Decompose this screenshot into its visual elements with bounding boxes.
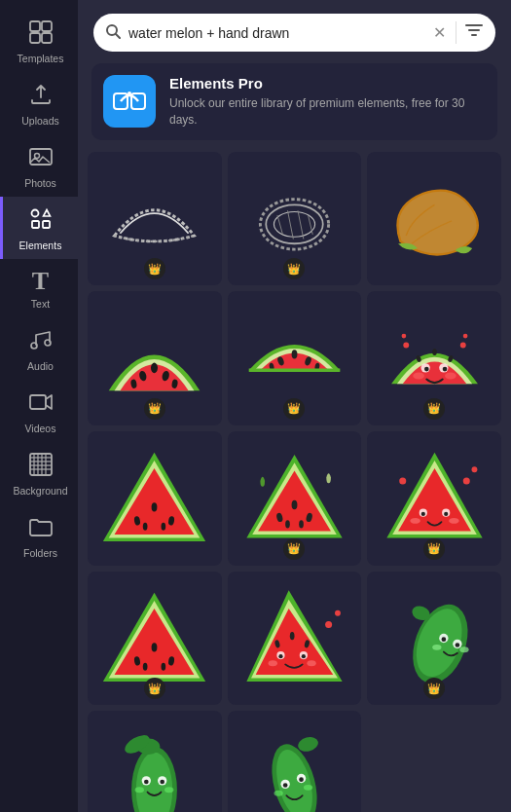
svg-point-76: [299, 521, 304, 529]
sidebar-item-elements[interactable]: Elements: [0, 197, 78, 259]
crown-badge: 👑: [423, 538, 445, 560]
templates-icon: [28, 19, 54, 49]
svg-line-35: [298, 210, 304, 239]
svg-point-38: [151, 362, 158, 373]
grid-item-cucumber-kawaii[interactable]: 👑: [367, 572, 501, 706]
sidebar-item-audio[interactable]: Audio: [0, 317, 78, 380]
grid-item-triangle-red[interactable]: [88, 431, 222, 566]
sidebar-item-uploads[interactable]: Uploads: [0, 72, 78, 134]
grid-item-color-slice-left[interactable]: 👑: [88, 291, 222, 425]
svg-point-135: [283, 783, 288, 788]
crown-badge: 👑: [423, 398, 445, 420]
svg-point-102: [278, 654, 282, 658]
svg-point-104: [269, 660, 277, 666]
promo-banner[interactable]: Elements Pro Unlock our entire library o…: [91, 63, 497, 140]
crown-badge: 👑: [144, 678, 165, 699]
grid-item-sketch-oval[interactable]: 👑: [228, 152, 362, 286]
promo-title: Elements Pro: [169, 75, 486, 92]
crown-badge: 👑: [283, 258, 305, 279]
search-icon: [105, 23, 121, 42]
svg-point-30: [260, 200, 328, 249]
svg-rect-2: [30, 33, 40, 43]
uploads-icon: [28, 82, 54, 111]
photos-icon: [28, 144, 54, 173]
grid-item-triangle-lean[interactable]: [228, 572, 362, 706]
text-icon: T: [32, 269, 49, 294]
svg-point-52: [413, 372, 424, 379]
svg-point-51: [442, 366, 447, 371]
search-input[interactable]: [128, 25, 425, 41]
svg-rect-13: [30, 454, 52, 475]
search-bar: ✕: [93, 14, 495, 52]
svg-point-87: [471, 467, 477, 473]
svg-point-85: [449, 518, 459, 524]
svg-point-109: [325, 621, 332, 628]
svg-point-86: [462, 478, 469, 485]
sidebar-item-uploads-label: Uploads: [21, 115, 59, 127]
sidebar-item-text-label: Text: [31, 298, 50, 310]
sidebar-item-photos-label: Photos: [24, 177, 56, 189]
sidebar-item-audio-label: Audio: [27, 360, 54, 372]
svg-point-96: [162, 663, 166, 671]
svg-point-57: [462, 333, 467, 338]
svg-point-75: [285, 521, 290, 529]
svg-point-67: [143, 523, 148, 531]
svg-point-139: [287, 781, 289, 783]
svg-point-117: [455, 643, 459, 647]
svg-rect-1: [42, 21, 52, 31]
svg-point-128: [135, 787, 144, 793]
grid-item-sketch-slice[interactable]: 👑: [88, 152, 222, 286]
svg-point-137: [274, 790, 282, 795]
svg-point-10: [31, 343, 37, 349]
sidebar-item-background[interactable]: Background: [0, 442, 78, 504]
grid-item-cucumber3[interactable]: [228, 711, 362, 812]
sidebar-item-elements-label: Elements: [19, 240, 62, 251]
svg-line-34: [287, 210, 293, 239]
sidebar-item-templates[interactable]: Templates: [0, 10, 78, 72]
grid-item-kawaii-slice[interactable]: 👑: [367, 431, 501, 566]
svg-point-110: [335, 610, 341, 616]
sidebar-item-text[interactable]: T Text: [0, 259, 78, 317]
elements-grid-scroll[interactable]: 👑 👑: [78, 152, 511, 812]
svg-point-83: [444, 512, 448, 516]
search-filter-icon[interactable]: [456, 21, 484, 44]
svg-point-136: [299, 777, 304, 782]
promo-icon: [103, 75, 156, 128]
sidebar-item-photos[interactable]: Photos: [0, 134, 78, 197]
svg-point-65: [152, 502, 158, 511]
crown-badge: 👑: [283, 538, 305, 560]
elements-grid: 👑 👑: [88, 152, 501, 812]
svg-point-95: [143, 663, 148, 671]
crown-badge: 👑: [283, 398, 305, 420]
svg-point-50: [424, 366, 429, 371]
svg-point-140: [303, 775, 305, 777]
grid-item-triangle-red2[interactable]: 👑: [88, 572, 222, 706]
grid-item-color-half[interactable]: 👑: [228, 291, 362, 425]
crown-badge: 👑: [144, 398, 165, 420]
search-clear-icon[interactable]: ✕: [433, 25, 446, 41]
svg-point-59: [432, 349, 437, 355]
grid-item-triangle-drops[interactable]: 👑: [228, 431, 362, 566]
svg-point-29: [128, 92, 131, 95]
grid-item-sketch-crescent[interactable]: [367, 152, 501, 286]
background-icon: [28, 452, 54, 481]
sidebar-item-videos-label: Videos: [25, 423, 56, 434]
audio-icon: [28, 327, 54, 356]
sidebar-item-folders-label: Folders: [23, 547, 57, 559]
svg-rect-12: [30, 395, 46, 409]
svg-point-6: [31, 210, 38, 217]
svg-point-55: [401, 333, 406, 338]
svg-rect-0: [30, 21, 40, 31]
svg-point-107: [290, 632, 295, 640]
promo-text: Elements Pro Unlock our entire library o…: [169, 75, 486, 129]
grid-item-cucumber2[interactable]: [88, 711, 222, 812]
svg-point-127: [161, 779, 165, 784]
sidebar-item-videos[interactable]: Videos: [0, 380, 78, 442]
svg-point-126: [144, 779, 149, 784]
sidebar-item-folders[interactable]: Folders: [0, 504, 78, 567]
elements-icon: [28, 206, 54, 236]
main-content: ✕ Elements Pro Unlock our entire library…: [78, 0, 511, 812]
svg-rect-8: [32, 221, 39, 228]
grid-item-kawaii-red[interactable]: 👑: [367, 291, 501, 425]
svg-point-93: [152, 643, 158, 651]
